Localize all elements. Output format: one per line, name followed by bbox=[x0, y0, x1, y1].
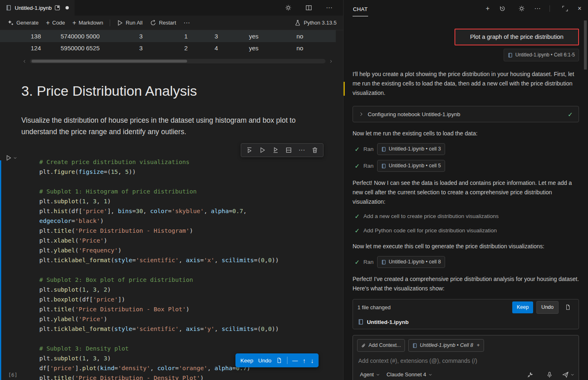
assistant-paragraph: Now let me run the existing cells to loa… bbox=[353, 129, 579, 138]
undo-button[interactable]: Undo bbox=[536, 301, 559, 314]
assistant-paragraph: Perfect! I've created a comprehensive pr… bbox=[353, 274, 579, 293]
chat-more-icon[interactable]: ··· bbox=[534, 5, 541, 12]
open-diff-icon[interactable] bbox=[276, 358, 282, 363]
table-horizontal-scrollbar[interactable] bbox=[23, 59, 333, 63]
ran-label: Ran bbox=[364, 257, 374, 267]
table-row[interactable]: 13857400005000313yesno bbox=[0, 30, 336, 42]
success-check-icon: ✓ bbox=[355, 227, 360, 234]
next-change-icon[interactable]: ↓ bbox=[311, 357, 314, 364]
beaker-icon bbox=[294, 20, 301, 26]
configuring-notebook-row[interactable]: Configuring notebook Untitled-1.ipynb ✓ bbox=[353, 106, 579, 122]
send-button[interactable] bbox=[562, 371, 574, 378]
cell-reference-chip[interactable]: Untitled-1.ipynb • cell 8 bbox=[377, 256, 445, 268]
user-context-chip[interactable]: Untitled-1.ipynb • Cell 6:1-5 bbox=[504, 49, 579, 61]
changed-file-row[interactable]: Untitled-1.ipynb bbox=[353, 315, 579, 329]
tab-chat[interactable]: CHAT bbox=[353, 1, 368, 16]
collapse-icon[interactable]: — bbox=[292, 358, 298, 364]
table-cell: 5740000 bbox=[61, 33, 86, 40]
close-panel-icon[interactable]: × bbox=[578, 5, 581, 12]
modified-indicator-dot[interactable] bbox=[66, 6, 69, 9]
cell-more-actions-icon[interactable]: ··· bbox=[295, 145, 308, 155]
table-cell: 5950000 bbox=[61, 45, 86, 52]
play-icon bbox=[5, 155, 12, 161]
chat-input-controls: Agent Claude Sonnet 4 bbox=[357, 369, 574, 380]
code-line: plt.title('Price Distribution - Box Plot… bbox=[39, 304, 343, 314]
attached-cell-chip[interactable]: Untitled-1.ipynb • Cell 8 + bbox=[408, 339, 484, 352]
scroll-right-icon[interactable] bbox=[329, 59, 333, 63]
tools-icon[interactable] bbox=[524, 369, 537, 380]
agent-mode-dropdown[interactable]: Agent bbox=[357, 369, 383, 380]
generate-label: Generate bbox=[16, 20, 38, 26]
table-cell: yes bbox=[249, 33, 296, 40]
step-label: Add Python code cell for price distribut… bbox=[364, 226, 497, 235]
execute-above-icon[interactable] bbox=[243, 145, 256, 155]
microphone-icon[interactable] bbox=[543, 369, 556, 380]
toolbar-more-icon[interactable]: ··· bbox=[180, 18, 193, 28]
chat-input-box[interactable]: Add Context... Untitled-1.ipynb • Cell 8… bbox=[353, 335, 579, 380]
editor-actions: ··· bbox=[282, 0, 343, 16]
previous-change-icon[interactable]: ↑ bbox=[303, 357, 306, 364]
model-picker-dropdown[interactable]: Claude Sonnet 4 bbox=[384, 369, 435, 380]
chat-scrollbar[interactable] bbox=[584, 20, 587, 70]
table-cell: no bbox=[296, 33, 337, 40]
add-code-cell-button[interactable]: + Code bbox=[43, 18, 68, 28]
paperclip-icon bbox=[361, 343, 366, 348]
code-editor[interactable]: # Create price distribution visualizatio… bbox=[23, 151, 343, 380]
table-cell: no bbox=[296, 45, 337, 52]
new-chat-icon[interactable]: + bbox=[486, 5, 489, 12]
restart-kernel-button[interactable]: Restart bbox=[147, 18, 179, 28]
maximize-panel-icon[interactable] bbox=[559, 3, 572, 14]
scroll-left-icon[interactable] bbox=[23, 59, 27, 63]
scrollbar-thumb[interactable] bbox=[32, 60, 187, 63]
keep-button[interactable]: Keep bbox=[512, 301, 533, 313]
more-actions-icon[interactable]: ··· bbox=[323, 2, 336, 13]
editor-tab-bar: Untitled-1.ipynb ··· bbox=[0, 0, 343, 16]
tab-untitled-1-ipynb[interactable]: Untitled-1.ipynb bbox=[0, 0, 75, 16]
table-cell: 3 bbox=[139, 33, 184, 40]
code-line: plt.ylabel('Price') bbox=[39, 314, 343, 324]
scrollbar-track[interactable] bbox=[30, 59, 326, 63]
open-changes-icon[interactable] bbox=[562, 302, 574, 312]
chat-settings-gear-icon[interactable] bbox=[515, 3, 528, 14]
assistant-paragraph: I'll help you create a plot showing the … bbox=[353, 70, 579, 98]
kernel-picker[interactable]: Python 3.13.5 bbox=[294, 20, 339, 26]
notebook-file-icon bbox=[381, 147, 386, 152]
success-check-icon: ✓ bbox=[355, 213, 360, 219]
run-cell-button[interactable] bbox=[5, 155, 17, 161]
code-line bbox=[39, 334, 343, 344]
file-changes-header: 1 file changed Keep Undo bbox=[353, 299, 579, 315]
notebook-file-icon bbox=[381, 164, 386, 169]
cell-reference-chip[interactable]: Untitled-1.ipynb • cell 5 bbox=[377, 160, 445, 172]
settings-gear-icon[interactable] bbox=[282, 2, 295, 13]
code-line: plt.xlabel('Price') bbox=[39, 236, 343, 245]
add-context-button[interactable]: Add Context... bbox=[357, 339, 405, 352]
generate-button[interactable]: Generate bbox=[4, 18, 42, 28]
changed-file-name: Untitled-1.ipynb bbox=[367, 317, 409, 327]
code-line: # Create price distribution visualizatio… bbox=[39, 157, 343, 167]
run-all-button[interactable]: Run All bbox=[113, 18, 146, 28]
dataframe-output-table: 13857400005000313yesno 12459500006525324… bbox=[0, 30, 343, 54]
cell-reference-chip[interactable]: Untitled-1.ipynb • cell 3 bbox=[377, 143, 445, 155]
execute-below-icon[interactable] bbox=[269, 145, 282, 155]
code-line: plt.title('Price Distribution - Density … bbox=[39, 373, 343, 380]
keep-button[interactable]: Keep bbox=[240, 358, 253, 364]
add-attachment-icon[interactable]: + bbox=[477, 341, 479, 350]
ran-cell-row: ✓ Ran Untitled-1.ipynb • cell 8 bbox=[353, 256, 579, 268]
kernel-label: Python 3.13.5 bbox=[304, 20, 337, 26]
split-cell-icon[interactable] bbox=[282, 145, 295, 155]
cell-reference-label: Untitled-1.ipynb • cell 3 bbox=[389, 144, 441, 154]
table-row[interactable]: 12459500006525324yesno bbox=[0, 42, 336, 54]
delete-cell-icon[interactable] bbox=[308, 145, 321, 155]
split-editor-icon[interactable] bbox=[302, 2, 315, 13]
overview-ruler-marker bbox=[344, 82, 345, 96]
step-label: Add a new cell to create price distribut… bbox=[364, 211, 499, 221]
undo-button[interactable]: Undo bbox=[258, 358, 271, 364]
table-cell: 5000 bbox=[86, 33, 139, 40]
notebook-badge-icon bbox=[55, 5, 60, 10]
history-icon[interactable] bbox=[496, 3, 509, 14]
chat-panel: CHAT + ··· × Plot a graph of the bbox=[343, 0, 588, 380]
chat-text-input[interactable]: Add context (#), extensions (@), command… bbox=[358, 356, 573, 366]
add-markdown-cell-button[interactable]: + Markdown bbox=[69, 18, 106, 28]
execute-cell-icon[interactable] bbox=[256, 145, 269, 155]
notebook-file-icon bbox=[358, 319, 364, 325]
